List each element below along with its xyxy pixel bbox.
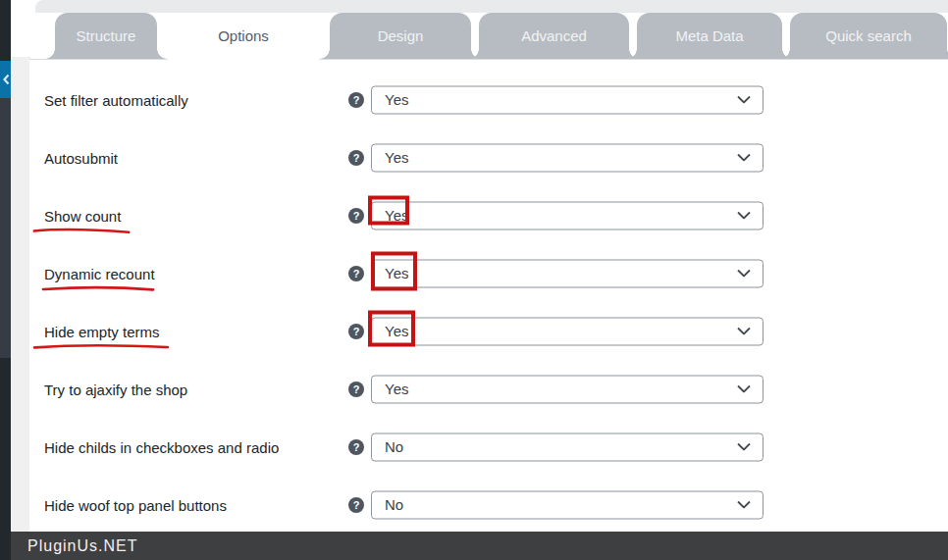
show-count-select[interactable]: Yes bbox=[371, 201, 764, 229]
chevron-down-icon bbox=[737, 501, 751, 509]
hide-empty-terms-select[interactable]: Yes bbox=[371, 317, 764, 345]
help-icon[interactable]: ? bbox=[348, 92, 364, 108]
setting-row-try-to-ajaxify-the-shop: Try to ajaxify the shop ? Yes bbox=[29, 360, 948, 418]
chevron-left-icon bbox=[2, 74, 10, 85]
setting-row-hide-childs-in-checkboxes-and-radio: Hide childs in checkboxes and radio ? No bbox=[29, 418, 948, 476]
red-box-annotation bbox=[368, 310, 415, 346]
red-underline-annotation bbox=[32, 343, 170, 350]
tabstrip-background bbox=[35, 0, 948, 13]
hide-childs-in-checkboxes-and-radio-select[interactable]: No bbox=[371, 433, 764, 461]
chevron-down-icon bbox=[737, 212, 751, 220]
setting-label: Try to ajaxify the shop bbox=[44, 381, 187, 397]
try-to-ajaxify-the-shop-select[interactable]: Yes bbox=[371, 375, 764, 403]
sidebar-collapse-button[interactable] bbox=[0, 61, 11, 98]
help-icon[interactable]: ? bbox=[348, 150, 364, 166]
help-icon[interactable]: ? bbox=[348, 497, 364, 513]
chevron-down-icon bbox=[737, 443, 751, 451]
setting-row-hide-woof-top-panel-buttons: Hide woof top panel buttons ? No bbox=[29, 476, 948, 534]
setting-row-autosubmit: Autosubmit ? Yes bbox=[29, 128, 948, 186]
select-value: Yes bbox=[385, 149, 408, 166]
select-value: Yes bbox=[385, 91, 408, 108]
setting-label: Hide childs in checkboxes and radio bbox=[44, 438, 279, 455]
set-filter-automatically-select[interactable]: Yes bbox=[371, 85, 764, 114]
chevron-down-icon bbox=[737, 270, 751, 278]
admin-page-gutter bbox=[11, 57, 29, 532]
red-box-annotation bbox=[371, 251, 417, 290]
chevron-down-icon bbox=[737, 385, 751, 393]
setting-row-set-filter-automatically: Set filter automatically ? Yes bbox=[29, 71, 948, 128]
tab-design[interactable]: Design bbox=[330, 13, 471, 59]
select-value: Yes bbox=[385, 381, 408, 397]
setting-row-show-count: Show count ? Yes bbox=[29, 186, 948, 244]
setting-label: Show count bbox=[44, 207, 121, 224]
hide-woof-top-panel-buttons-select[interactable]: No bbox=[371, 490, 764, 519]
setting-row-hide-empty-terms: Hide empty terms ? Yes bbox=[29, 302, 948, 360]
help-icon[interactable]: ? bbox=[348, 324, 364, 339]
admin-sidebar-rail bbox=[0, 0, 11, 560]
chevron-down-icon bbox=[737, 328, 751, 335]
settings-tabs: Structure Options Design Advanced Meta D… bbox=[35, 13, 948, 61]
setting-label: Autosubmit bbox=[44, 149, 118, 166]
help-icon[interactable]: ? bbox=[348, 266, 364, 281]
tab-options[interactable]: Options bbox=[173, 13, 314, 61]
tab-quick-search[interactable]: Quick search bbox=[790, 13, 947, 59]
tab-meta-data[interactable]: Meta Data bbox=[637, 13, 782, 59]
options-tab-panel: Set filter automatically ? Yes Autosubmi… bbox=[29, 60, 948, 532]
select-value: No bbox=[385, 438, 403, 455]
red-underline-annotation bbox=[32, 228, 131, 234]
help-icon[interactable]: ? bbox=[348, 439, 364, 455]
red-box-annotation bbox=[368, 195, 409, 225]
help-icon[interactable]: ? bbox=[348, 382, 364, 397]
setting-row-dynamic-recount: Dynamic recount ? Yes bbox=[29, 244, 948, 302]
autosubmit-select[interactable]: Yes bbox=[371, 143, 764, 172]
watermark-bar: PluginUs.NET bbox=[0, 532, 948, 560]
woof-settings-page: Structure Options Design Advanced Meta D… bbox=[0, 0, 948, 560]
chevron-down-icon bbox=[737, 154, 751, 162]
setting-label: Set filter automatically bbox=[44, 91, 188, 108]
dynamic-recount-select[interactable]: Yes bbox=[371, 259, 764, 287]
setting-label: Hide empty terms bbox=[44, 323, 160, 339]
setting-label: Hide woof top panel buttons bbox=[44, 496, 227, 513]
tab-structure[interactable]: Structure bbox=[55, 13, 157, 59]
select-value: No bbox=[385, 496, 403, 513]
setting-label: Dynamic recount bbox=[44, 265, 155, 281]
help-icon[interactable]: ? bbox=[348, 208, 364, 224]
red-underline-annotation bbox=[41, 285, 155, 292]
watermark-text: PluginUs.NET bbox=[27, 537, 137, 554]
tab-advanced[interactable]: Advanced bbox=[479, 13, 629, 59]
admin-sidebar-section bbox=[0, 98, 11, 358]
chevron-down-icon bbox=[737, 96, 751, 104]
